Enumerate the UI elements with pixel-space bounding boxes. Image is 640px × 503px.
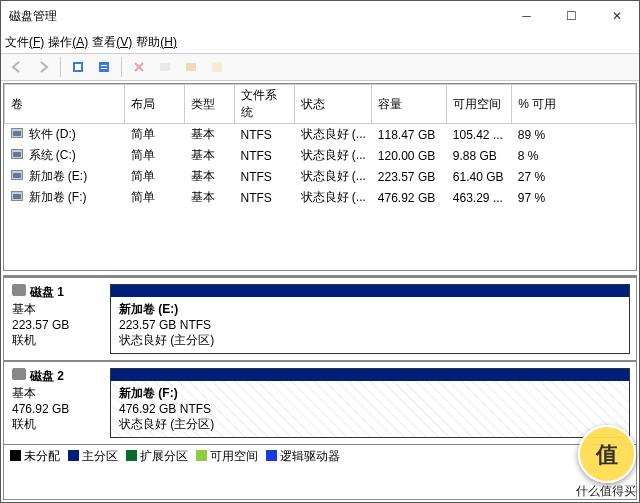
col-type[interactable]: 类型 [185,85,235,124]
svg-rect-4 [101,68,107,69]
volume-row[interactable]: 软件 (D:)简单基本NTFS状态良好 (...118.47 GB105.42 … [5,124,636,146]
col-fs[interactable]: 文件系统 [235,85,295,124]
col-pct[interactable]: % 可用 [512,85,636,124]
disk-row: 磁盘 1 基本 223.57 GB 联机 新加卷 (E:) 223.57 GB … [4,276,636,360]
maximize-button[interactable]: ☐ [549,1,594,31]
col-volume[interactable]: 卷 [5,85,125,124]
svg-rect-1 [75,64,81,70]
col-capacity[interactable]: 容量 [372,85,447,124]
disk-icon [12,368,26,380]
partition[interactable]: 新加卷 (E:) 223.57 GB NTFS 状态良好 (主分区) [110,284,630,354]
nav-forward-button [31,56,55,78]
disk-icon [12,284,26,296]
svg-rect-6 [186,63,196,71]
legend-free-swatch [196,450,207,461]
toolbar-separator [60,57,61,77]
volume-row[interactable]: 新加卷 (F:)简单基本NTFS状态良好 (...476.92 GB463.29… [5,187,636,208]
menu-view[interactable]: 查看(V) [92,34,132,51]
format-icon [179,56,203,78]
menu-help[interactable]: 帮助(H) [136,34,177,51]
legend-unalloc-swatch [10,450,21,461]
partition[interactable]: 新加卷 (F:) 476.92 GB NTFS 状态良好 (主分区) [110,368,630,438]
volume-icon [11,191,23,201]
legend: 未分配 主分区 扩展分区 可用空间 逻辑驱动器 [4,444,636,468]
watermark-badge: 值 [578,425,636,483]
toolbar-separator [121,57,122,77]
action-icon [153,56,177,78]
col-status[interactable]: 状态 [295,85,372,124]
svg-rect-2 [99,62,109,72]
svg-rect-5 [160,63,170,71]
watermark-label: 什么值得买 [576,483,636,500]
delete-icon [127,56,151,78]
volume-icon [11,149,23,159]
properties-button[interactable] [92,56,116,78]
col-free[interactable]: 可用空间 [447,85,512,124]
legend-extended-swatch [126,450,137,461]
menu-file[interactable]: 文件(F) [5,34,44,51]
refresh-button[interactable] [66,56,90,78]
menu-action[interactable]: 操作(A) [48,34,88,51]
disk-layout-pane: 磁盘 1 基本 223.57 GB 联机 新加卷 (E:) 223.57 GB … [3,275,637,500]
volume-row[interactable]: 新加卷 (E:)简单基本NTFS状态良好 (...223.57 GB61.40 … [5,166,636,187]
volume-icon [11,128,23,138]
volume-row[interactable]: 系统 (C:)简单基本NTFS状态良好 (...120.00 GB9.88 GB… [5,145,636,166]
legend-logical-swatch [266,450,277,461]
help-icon [205,56,229,78]
volume-icon [11,170,23,180]
svg-rect-7 [212,62,222,72]
nav-back-button [5,56,29,78]
disk-row: 磁盘 2 基本 476.92 GB 联机 新加卷 (F:) 476.92 GB … [4,360,636,444]
minimize-button[interactable]: ─ [504,1,549,31]
svg-rect-3 [101,65,107,66]
close-button[interactable]: ✕ [594,1,639,31]
window-title: 磁盘管理 [9,8,504,25]
legend-primary-swatch [68,450,79,461]
volume-list-pane: 卷 布局 类型 文件系统 状态 容量 可用空间 % 可用 软件 (D:)简单基本… [3,83,637,271]
col-layout[interactable]: 布局 [125,85,185,124]
